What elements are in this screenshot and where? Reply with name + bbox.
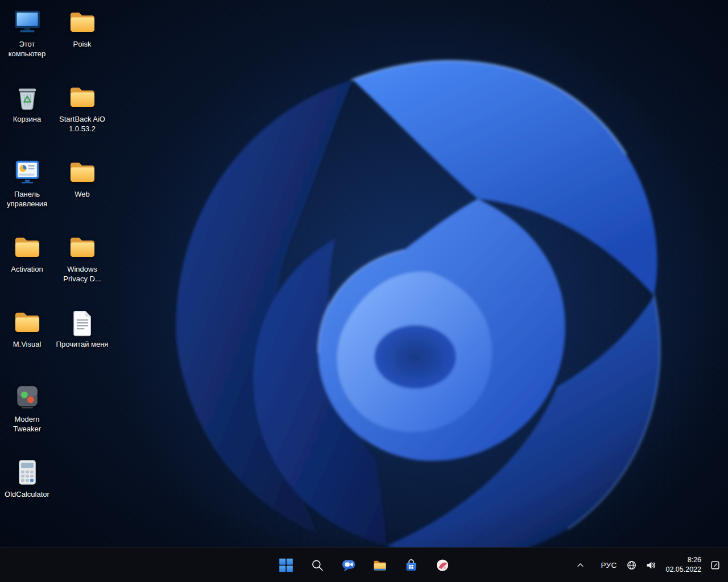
desktop-icon-label: Modern Tweaker xyxy=(1,415,53,434)
desktop-icon-modern-tweaker[interactable]: Modern Tweaker xyxy=(0,381,54,434)
text-file-icon xyxy=(67,307,98,338)
explorer-folder-icon xyxy=(372,558,387,573)
desktop-icon-label: Activation xyxy=(11,265,43,275)
app-tweaker-icon xyxy=(12,382,43,413)
pinned-app-button[interactable] xyxy=(431,553,454,577)
desktop-icon-label: StartBack AiO 1.0.53.2 xyxy=(56,115,109,134)
chat-button[interactable] xyxy=(337,553,361,577)
search-button[interactable] xyxy=(305,553,329,577)
store-bag-icon xyxy=(403,558,419,573)
desktop-icon-label: OldCalculator xyxy=(5,490,49,500)
pen-workspace-button[interactable] xyxy=(706,553,725,577)
desktop-icon-windows-privacy[interactable]: Windows Privacy D... xyxy=(55,231,109,284)
search-icon xyxy=(309,558,325,573)
taskbar: РУС 8:26 02.05.2022 xyxy=(0,547,728,582)
desktop-icon-label: Прочитай меня xyxy=(56,340,109,350)
folder-icon xyxy=(12,232,43,263)
desktop-icon-label: M.Visual xyxy=(13,340,42,350)
desktop-icon-this-pc[interactable]: Этот компьютер xyxy=(0,6,54,59)
desktop-icon-mvisual[interactable]: M.Visual xyxy=(0,306,54,350)
globe-icon xyxy=(626,560,637,571)
clock-time: 8:26 xyxy=(665,555,701,566)
folder-icon xyxy=(67,82,98,113)
desktop-icon-label: Корзина xyxy=(13,115,42,124)
desktop-icon-oldcalculator[interactable]: OldCalculator xyxy=(0,456,54,500)
desktop-icon-label: Windows Privacy D... xyxy=(56,265,109,284)
show-hidden-icons-button[interactable] xyxy=(572,553,589,577)
folder-icon xyxy=(67,232,98,263)
control-panel-icon xyxy=(12,157,43,188)
desktop-icon-control-panel[interactable]: Панель управления xyxy=(0,156,54,209)
chat-camera-icon xyxy=(341,558,356,573)
desktop-icon-label: Панель управления xyxy=(1,190,53,209)
desktop-icon-web[interactable]: Web xyxy=(55,156,109,199)
pen-workspace-icon xyxy=(710,560,721,571)
desktop-icon-readme[interactable]: Прочитай меня xyxy=(55,306,109,350)
start-button[interactable] xyxy=(274,553,298,577)
folder-icon xyxy=(67,157,98,188)
store-button[interactable] xyxy=(399,553,423,577)
language-indicator[interactable]: РУС xyxy=(595,553,623,577)
file-explorer-button[interactable] xyxy=(368,553,392,577)
desktop-icon-startback[interactable]: StartBack AiO 1.0.53.2 xyxy=(55,81,109,134)
recycle-bin-icon xyxy=(12,82,43,113)
desktop-icon-recycle-bin[interactable]: Корзина xyxy=(0,81,54,124)
app-calculator-icon xyxy=(12,457,43,488)
desktop-icon-label: Этот компьютер xyxy=(1,40,53,59)
speaker-icon xyxy=(645,559,657,571)
folder-icon xyxy=(12,307,43,338)
desktop-icon-label: Web xyxy=(75,190,90,199)
network-button[interactable] xyxy=(622,553,641,577)
pinned-app-icon xyxy=(435,558,450,573)
desktop: Этот компьютер Poisk Корзина StartBack A… xyxy=(0,0,728,548)
system-tray: РУС 8:26 02.05.2022 xyxy=(572,548,725,582)
folder-icon xyxy=(67,7,98,38)
clock[interactable]: 8:26 02.05.2022 xyxy=(661,553,706,577)
desktop-icon-activation[interactable]: Activation xyxy=(0,231,54,275)
desktop-icon-label: Poisk xyxy=(73,40,92,49)
desktop-icon-poisk[interactable]: Poisk xyxy=(55,6,109,49)
taskbar-center-group xyxy=(274,548,454,582)
volume-button[interactable] xyxy=(641,553,661,577)
this-pc-icon xyxy=(12,7,43,38)
clock-date: 02.05.2022 xyxy=(665,565,701,575)
chevron-up-icon xyxy=(576,561,585,569)
windows-start-icon xyxy=(278,558,293,573)
